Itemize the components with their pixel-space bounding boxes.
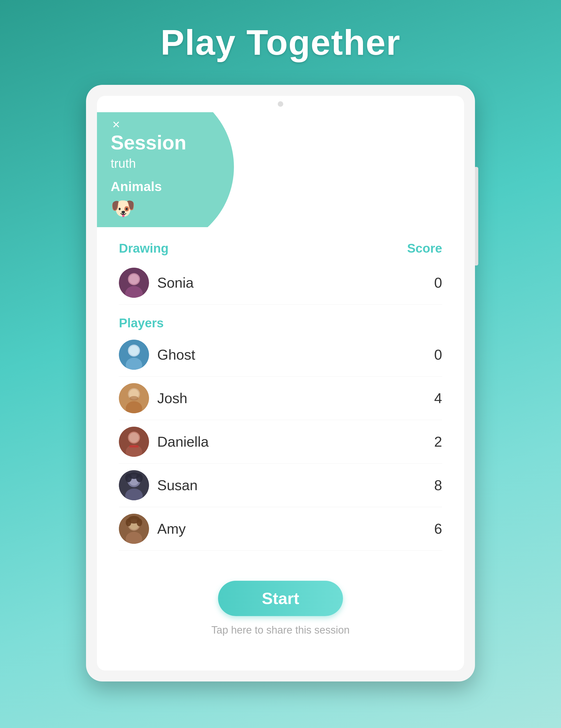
- player-score-susan: 8: [426, 477, 442, 493]
- player-row-ghost: Ghost 0: [119, 333, 442, 377]
- avatar-sonia: [119, 268, 149, 298]
- svg-point-24: [128, 472, 139, 479]
- drawing-header: Drawing Score: [119, 241, 442, 256]
- page-title: Play Together: [160, 22, 401, 63]
- player-score-josh: 4: [426, 390, 442, 406]
- avatar-ghost: [119, 340, 149, 370]
- svg-point-30: [126, 519, 131, 526]
- tablet-inner: × Session truth Animals 🐶 Drawing Score: [97, 96, 464, 671]
- player-row-daniella: Daniella 2: [119, 420, 442, 464]
- drawing-section-label: Drawing: [119, 241, 168, 256]
- svg-point-16: [129, 433, 139, 443]
- header-content: Session truth Animals 🐶: [111, 129, 186, 220]
- player-score-daniella: 2: [426, 434, 442, 450]
- drawing-player-name: Sonia: [157, 275, 194, 291]
- drawing-player-left: Sonia: [119, 268, 194, 298]
- start-button[interactable]: Start: [218, 581, 343, 616]
- svg-point-31: [137, 519, 142, 526]
- avatar-susan: [119, 470, 149, 500]
- svg-point-12: [129, 396, 138, 400]
- player-name-daniella: Daniella: [157, 434, 209, 450]
- tablet-frame: × Session truth Animals 🐶 Drawing Score: [86, 85, 475, 681]
- start-button-area: Start Tap here to share this session: [97, 581, 464, 636]
- svg-point-3: [129, 274, 139, 284]
- close-button[interactable]: ×: [109, 118, 123, 131]
- session-type: truth: [111, 156, 186, 171]
- player-row-josh: Josh 4: [119, 377, 442, 420]
- player-row-susan: Susan 8: [119, 464, 442, 507]
- category-emoji: 🐶: [111, 197, 186, 220]
- player-score-amy: 6: [426, 521, 442, 537]
- scoreboard: Drawing Score Sonia 0: [97, 233, 464, 559]
- svg-rect-17: [129, 445, 139, 447]
- header-section: × Session truth Animals 🐶: [97, 112, 261, 227]
- player-name-susan: Susan: [157, 477, 197, 493]
- player-name-josh: Josh: [157, 390, 187, 406]
- score-column-label: Score: [407, 241, 442, 256]
- avatar-daniella: [119, 427, 149, 457]
- session-category: Animals: [111, 179, 186, 194]
- share-session-text[interactable]: Tap here to share this session: [211, 624, 350, 636]
- avatar-josh: [119, 383, 149, 413]
- avatar-amy: [119, 514, 149, 544]
- player-name-ghost: Ghost: [157, 346, 195, 363]
- players-section-label: Players: [119, 316, 442, 330]
- drawing-player-row: Sonia 0: [119, 261, 442, 305]
- player-name-amy: Amy: [157, 521, 186, 537]
- session-title: Session: [111, 131, 186, 154]
- drawing-player-score: 0: [426, 275, 442, 291]
- player-row-amy: Amy 6: [119, 507, 442, 551]
- player-score-ghost: 0: [426, 346, 442, 363]
- svg-point-7: [129, 346, 139, 356]
